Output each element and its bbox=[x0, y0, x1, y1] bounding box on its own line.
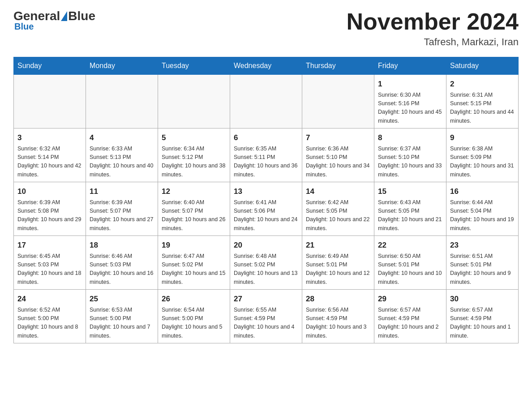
calendar-cell bbox=[302, 75, 374, 128]
day-number: 3 bbox=[17, 132, 82, 144]
day-info: Sunrise: 6:53 AMSunset: 5:00 PMDaylight:… bbox=[90, 306, 154, 341]
day-info: Sunrise: 6:34 AMSunset: 5:12 PMDaylight:… bbox=[162, 145, 226, 180]
day-info: Sunrise: 6:33 AMSunset: 5:13 PMDaylight:… bbox=[90, 145, 154, 180]
day-info: Sunrise: 6:38 AMSunset: 5:09 PMDaylight:… bbox=[450, 145, 515, 180]
calendar-cell: 24Sunrise: 6:52 AMSunset: 5:00 PMDayligh… bbox=[14, 290, 86, 343]
day-info: Sunrise: 6:57 AMSunset: 4:59 PMDaylight:… bbox=[378, 306, 442, 341]
day-number: 27 bbox=[234, 293, 298, 305]
day-number: 25 bbox=[90, 293, 154, 305]
calendar-cell: 4Sunrise: 6:33 AMSunset: 5:13 PMDaylight… bbox=[86, 128, 158, 182]
day-info: Sunrise: 6:56 AMSunset: 4:59 PMDaylight:… bbox=[306, 306, 370, 341]
calendar-cell bbox=[158, 75, 230, 128]
calendar-cell: 29Sunrise: 6:57 AMSunset: 4:59 PMDayligh… bbox=[374, 290, 446, 343]
day-info: Sunrise: 6:50 AMSunset: 5:01 PMDaylight:… bbox=[378, 252, 442, 287]
day-number: 1 bbox=[378, 78, 442, 90]
day-number: 21 bbox=[306, 240, 370, 251]
day-number: 29 bbox=[378, 293, 442, 305]
calendar-week-row: 17Sunrise: 6:45 AMSunset: 5:03 PMDayligh… bbox=[14, 236, 519, 290]
logo-triangle-icon bbox=[61, 11, 67, 21]
calendar-week-row: 1Sunrise: 6:30 AMSunset: 5:16 PMDaylight… bbox=[14, 75, 519, 128]
day-number: 26 bbox=[162, 293, 226, 305]
day-info: Sunrise: 6:37 AMSunset: 5:10 PMDaylight:… bbox=[378, 145, 442, 180]
day-number: 24 bbox=[17, 293, 82, 305]
calendar-cell: 28Sunrise: 6:56 AMSunset: 4:59 PMDayligh… bbox=[302, 290, 374, 343]
calendar-cell: 17Sunrise: 6:45 AMSunset: 5:03 PMDayligh… bbox=[14, 236, 86, 290]
day-number: 28 bbox=[306, 293, 370, 305]
day-info: Sunrise: 6:35 AMSunset: 5:11 PMDaylight:… bbox=[234, 145, 298, 180]
day-number: 11 bbox=[90, 186, 154, 197]
day-info: Sunrise: 6:43 AMSunset: 5:05 PMDaylight:… bbox=[378, 198, 442, 233]
day-number: 14 bbox=[306, 186, 370, 197]
calendar-cell: 16Sunrise: 6:44 AMSunset: 5:04 PMDayligh… bbox=[446, 182, 519, 236]
day-info: Sunrise: 6:44 AMSunset: 5:04 PMDaylight:… bbox=[450, 198, 515, 233]
calendar-title-area: November 2024 Tafresh, Markazi, Iran bbox=[347, 9, 519, 48]
day-number: 13 bbox=[234, 186, 298, 197]
calendar-cell: 22Sunrise: 6:50 AMSunset: 5:01 PMDayligh… bbox=[374, 236, 446, 290]
day-info: Sunrise: 6:41 AMSunset: 5:06 PMDaylight:… bbox=[234, 198, 298, 233]
page-header: General Blue Blue November 2024 Tafresh,… bbox=[13, 9, 519, 48]
day-info: Sunrise: 6:36 AMSunset: 5:10 PMDaylight:… bbox=[306, 145, 370, 180]
day-info: Sunrise: 6:47 AMSunset: 5:02 PMDaylight:… bbox=[162, 252, 226, 287]
calendar-cell: 11Sunrise: 6:39 AMSunset: 5:07 PMDayligh… bbox=[86, 182, 158, 236]
calendar-week-row: 10Sunrise: 6:39 AMSunset: 5:08 PMDayligh… bbox=[14, 182, 519, 236]
day-number: 23 bbox=[450, 240, 515, 251]
day-number: 7 bbox=[306, 132, 370, 144]
weekday-header-saturday: Saturday bbox=[446, 57, 519, 75]
logo-subtitle: Blue bbox=[14, 21, 34, 32]
weekday-header-friday: Friday bbox=[374, 57, 446, 75]
day-info: Sunrise: 6:40 AMSunset: 5:07 PMDaylight:… bbox=[162, 198, 226, 233]
day-number: 19 bbox=[162, 240, 226, 251]
calendar-cell: 15Sunrise: 6:43 AMSunset: 5:05 PMDayligh… bbox=[374, 182, 446, 236]
month-title: November 2024 bbox=[347, 9, 519, 34]
day-number: 9 bbox=[450, 132, 515, 144]
calendar-cell: 10Sunrise: 6:39 AMSunset: 5:08 PMDayligh… bbox=[14, 182, 86, 236]
calendar-cell: 1Sunrise: 6:30 AMSunset: 5:16 PMDaylight… bbox=[374, 75, 446, 128]
day-number: 17 bbox=[17, 240, 82, 251]
calendar-cell: 8Sunrise: 6:37 AMSunset: 5:10 PMDaylight… bbox=[374, 128, 446, 182]
day-info: Sunrise: 6:39 AMSunset: 5:07 PMDaylight:… bbox=[90, 198, 154, 233]
weekday-header-wednesday: Wednesday bbox=[230, 57, 302, 75]
weekday-header-row: SundayMondayTuesdayWednesdayThursdayFrid… bbox=[14, 57, 519, 75]
calendar-cell: 25Sunrise: 6:53 AMSunset: 5:00 PMDayligh… bbox=[86, 290, 158, 343]
calendar-cell: 19Sunrise: 6:47 AMSunset: 5:02 PMDayligh… bbox=[158, 236, 230, 290]
day-number: 2 bbox=[450, 78, 515, 90]
day-info: Sunrise: 6:48 AMSunset: 5:02 PMDaylight:… bbox=[234, 252, 298, 287]
day-info: Sunrise: 6:49 AMSunset: 5:01 PMDaylight:… bbox=[306, 252, 370, 287]
logo: General Blue Blue bbox=[13, 9, 95, 32]
calendar-cell: 3Sunrise: 6:32 AMSunset: 5:14 PMDaylight… bbox=[14, 128, 86, 182]
calendar-cell: 30Sunrise: 6:57 AMSunset: 4:59 PMDayligh… bbox=[446, 290, 519, 343]
day-info: Sunrise: 6:54 AMSunset: 5:00 PMDaylight:… bbox=[162, 306, 226, 341]
calendar-cell: 5Sunrise: 6:34 AMSunset: 5:12 PMDaylight… bbox=[158, 128, 230, 182]
day-info: Sunrise: 6:39 AMSunset: 5:08 PMDaylight:… bbox=[17, 198, 82, 233]
day-number: 20 bbox=[234, 240, 298, 251]
weekday-header-monday: Monday bbox=[86, 57, 158, 75]
calendar-cell: 27Sunrise: 6:55 AMSunset: 4:59 PMDayligh… bbox=[230, 290, 302, 343]
calendar-cell: 2Sunrise: 6:31 AMSunset: 5:15 PMDaylight… bbox=[446, 75, 519, 128]
calendar-cell: 12Sunrise: 6:40 AMSunset: 5:07 PMDayligh… bbox=[158, 182, 230, 236]
day-number: 12 bbox=[162, 186, 226, 197]
calendar-cell: 20Sunrise: 6:48 AMSunset: 5:02 PMDayligh… bbox=[230, 236, 302, 290]
day-info: Sunrise: 6:45 AMSunset: 5:03 PMDaylight:… bbox=[17, 252, 82, 287]
day-info: Sunrise: 6:32 AMSunset: 5:14 PMDaylight:… bbox=[17, 145, 82, 180]
calendar-cell: 18Sunrise: 6:46 AMSunset: 5:03 PMDayligh… bbox=[86, 236, 158, 290]
calendar-cell bbox=[230, 75, 302, 128]
day-info: Sunrise: 6:52 AMSunset: 5:00 PMDaylight:… bbox=[17, 306, 82, 341]
weekday-header-tuesday: Tuesday bbox=[158, 57, 230, 75]
calendar-cell: 7Sunrise: 6:36 AMSunset: 5:10 PMDaylight… bbox=[302, 128, 374, 182]
weekday-header-thursday: Thursday bbox=[302, 57, 374, 75]
weekday-header-sunday: Sunday bbox=[14, 57, 86, 75]
day-number: 6 bbox=[234, 132, 298, 144]
day-number: 4 bbox=[90, 132, 154, 144]
day-number: 5 bbox=[162, 132, 226, 144]
calendar-week-row: 24Sunrise: 6:52 AMSunset: 5:00 PMDayligh… bbox=[14, 290, 519, 343]
calendar-cell: 21Sunrise: 6:49 AMSunset: 5:01 PMDayligh… bbox=[302, 236, 374, 290]
day-info: Sunrise: 6:42 AMSunset: 5:05 PMDaylight:… bbox=[306, 198, 370, 233]
calendar-cell: 13Sunrise: 6:41 AMSunset: 5:06 PMDayligh… bbox=[230, 182, 302, 236]
calendar-cell: 23Sunrise: 6:51 AMSunset: 5:01 PMDayligh… bbox=[446, 236, 519, 290]
day-number: 30 bbox=[450, 293, 515, 305]
day-number: 10 bbox=[17, 186, 82, 197]
calendar-cell: 26Sunrise: 6:54 AMSunset: 5:00 PMDayligh… bbox=[158, 290, 230, 343]
calendar-cell bbox=[14, 75, 86, 128]
day-info: Sunrise: 6:57 AMSunset: 4:59 PMDaylight:… bbox=[450, 306, 515, 341]
day-number: 18 bbox=[90, 240, 154, 251]
